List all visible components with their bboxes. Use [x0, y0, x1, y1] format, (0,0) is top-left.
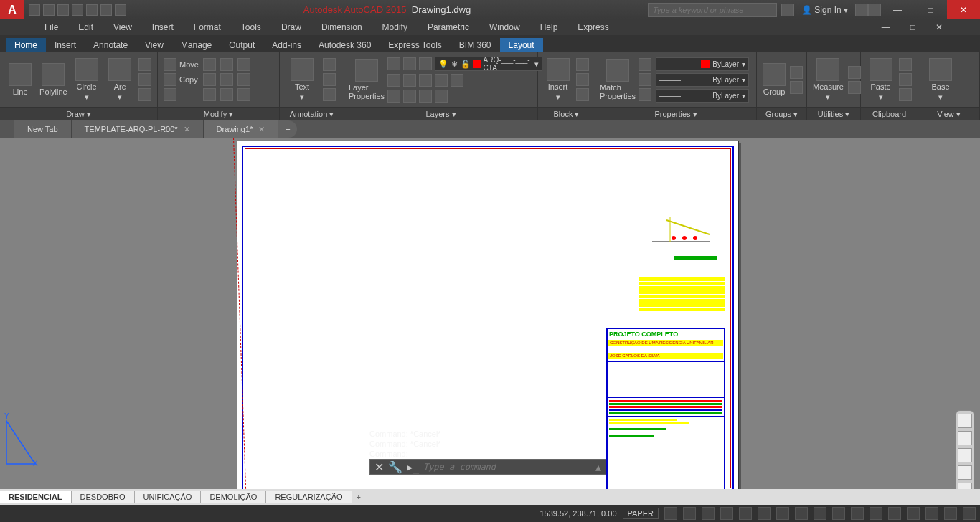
layer-off-icon[interactable] — [387, 57, 400, 70]
menu-express[interactable]: Express — [569, 21, 617, 34]
layer-tool-icon[interactable] — [419, 74, 432, 87]
lineweight-dropdown[interactable]: ———ByLayer▾ — [656, 89, 749, 103]
space-toggle[interactable]: PAPER — [623, 508, 659, 519]
polar-icon[interactable] — [720, 507, 733, 520]
doc-tab-drawing1[interactable]: Drawing1*✕ — [204, 120, 279, 138]
isolate-icon[interactable] — [925, 507, 938, 520]
exchange-icon[interactable] — [855, 4, 868, 16]
tab-home[interactable]: Home — [6, 38, 46, 52]
workspace-icon[interactable] — [870, 507, 882, 520]
draw-extra-icon[interactable] — [138, 58, 151, 71]
copy-button[interactable]: Copy — [164, 73, 199, 86]
mdi-minimize-icon[interactable]: — — [873, 21, 899, 34]
tab-insert[interactable]: Insert — [46, 38, 85, 52]
prop-icon[interactable] — [639, 58, 651, 71]
lweight-icon[interactable] — [776, 507, 789, 520]
qat-undo-icon[interactable] — [100, 4, 112, 16]
tab-manage[interactable]: Manage — [172, 38, 220, 52]
qat-new-icon[interactable] — [29, 4, 40, 16]
app-logo[interactable]: A — [0, 0, 24, 19]
tab-autodesk360[interactable]: Autodesk 360 — [310, 38, 380, 52]
measure-button[interactable]: Measure▾ — [813, 58, 844, 102]
list-icon[interactable] — [639, 88, 651, 101]
line-button[interactable]: Line — [6, 63, 34, 96]
annoscale-icon[interactable] — [832, 507, 845, 520]
match-properties-button[interactable]: Match Properties — [601, 59, 634, 100]
tab-annotate[interactable]: Annotate — [85, 38, 136, 52]
doc-tab-new[interactable]: New Tab — [14, 120, 72, 138]
polyline-button[interactable]: Polyline — [39, 63, 67, 96]
command-line[interactable]: ✕ 🔧 ▸_ ▴ — [369, 459, 606, 475]
arc-button[interactable]: Arc▾ — [105, 58, 134, 102]
paste-button[interactable]: Paste▾ — [867, 58, 895, 102]
maximize-button[interactable]: □ — [914, 0, 947, 19]
color-dropdown[interactable]: ByLayer▾ — [656, 57, 749, 71]
tab-layout[interactable]: Layout — [500, 38, 543, 52]
otrack-icon[interactable] — [758, 507, 771, 520]
create-block-icon[interactable] — [576, 58, 589, 71]
nav-showmotion-icon[interactable] — [958, 483, 972, 489]
explode-icon[interactable] — [237, 73, 250, 86]
signin-button[interactable]: 👤 Sign In ▾ — [794, 5, 855, 15]
cut-icon[interactable] — [899, 58, 912, 71]
rotate-icon[interactable] — [203, 58, 216, 71]
search-input[interactable] — [648, 3, 777, 17]
array-icon[interactable] — [220, 88, 233, 101]
snap-icon[interactable] — [683, 507, 696, 520]
panel-title-layers[interactable]: Layers ▾ — [344, 107, 537, 120]
qat-save-icon[interactable] — [57, 4, 69, 16]
trim-icon[interactable] — [220, 58, 233, 71]
search-icon[interactable] — [781, 4, 794, 16]
menu-insert[interactable]: Insert — [143, 21, 182, 34]
layer-tool-icon[interactable] — [451, 74, 463, 87]
close-button[interactable]: ✕ — [947, 0, 980, 19]
help-icon[interactable] — [868, 4, 881, 16]
command-input[interactable] — [423, 462, 591, 472]
tab-express[interactable]: Express Tools — [380, 38, 450, 52]
customize-icon[interactable] — [963, 507, 976, 520]
tab-addins[interactable]: Add-ins — [263, 38, 310, 52]
table-icon[interactable] — [323, 88, 336, 101]
menu-parametric[interactable]: Parametric — [419, 21, 478, 34]
layer-dropdown[interactable]: 💡❄🔓 ARQ-___-___-CTA▾ — [435, 57, 542, 71]
layer-tool-icon[interactable] — [403, 74, 416, 87]
menu-modify[interactable]: Modify — [374, 21, 416, 34]
menu-view[interactable]: View — [105, 21, 141, 34]
qat-saveas-icon[interactable] — [72, 4, 83, 16]
group-button[interactable]: Group — [763, 63, 786, 96]
layer-freeze-icon[interactable] — [403, 57, 416, 70]
hw-accel-icon[interactable] — [907, 507, 920, 520]
doc-tab-template[interactable]: TEMPLATE-ARQ-PL-R00*✕ — [72, 120, 204, 138]
nav-orbit-icon[interactable] — [958, 465, 972, 480]
stretch-icon[interactable] — [164, 88, 176, 101]
draw-extra-icon[interactable] — [138, 73, 151, 86]
tab-view[interactable]: View — [136, 38, 172, 52]
cmd-options-icon[interactable]: 🔧 — [388, 460, 402, 474]
leader-icon[interactable] — [323, 73, 336, 86]
circle-button[interactable]: Circle▾ — [72, 58, 101, 102]
text-button[interactable]: Text▾ — [286, 58, 319, 102]
layer-lock-icon[interactable] — [419, 57, 432, 70]
tab-close-icon[interactable]: ✕ — [184, 125, 190, 134]
menu-tools[interactable]: Tools — [232, 21, 270, 34]
prop-icon[interactable] — [639, 73, 651, 86]
tab-output[interactable]: Output — [220, 38, 263, 52]
mirror-icon[interactable] — [203, 73, 216, 86]
draw-extra-icon[interactable] — [138, 88, 151, 101]
menu-dimension[interactable]: Dimension — [313, 21, 371, 34]
fillet-icon[interactable] — [220, 73, 233, 86]
panel-title-utilities[interactable]: Utilities ▾ — [807, 107, 860, 120]
cycling-icon[interactable] — [814, 507, 826, 520]
layout-add-button[interactable]: + — [352, 493, 365, 501]
menu-format[interactable]: Format — [185, 21, 230, 34]
clip-icon[interactable] — [899, 88, 912, 101]
tab-bim360[interactable]: BIM 360 — [451, 38, 500, 52]
attrib-icon[interactable] — [576, 88, 589, 101]
qat-plot-icon[interactable] — [86, 4, 98, 16]
cleanscreen-icon[interactable] — [944, 507, 957, 520]
panel-title-groups[interactable]: Groups ▾ — [757, 107, 806, 120]
nav-zoom-icon[interactable] — [958, 448, 972, 462]
move-button[interactable]: Move — [164, 58, 199, 71]
edit-block-icon[interactable] — [576, 73, 589, 86]
layer-tool-icon[interactable] — [435, 90, 448, 103]
